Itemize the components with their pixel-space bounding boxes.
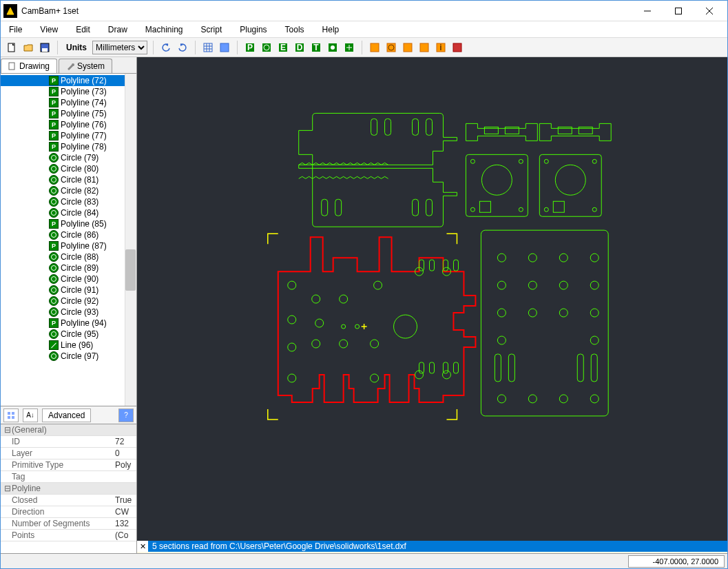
help-icon[interactable]: ? bbox=[118, 408, 134, 422]
property-value[interactable]: Poly bbox=[112, 460, 136, 470]
tab-drawing[interactable]: Drawing bbox=[1, 59, 57, 73]
redo-icon[interactable] bbox=[176, 41, 189, 54]
mop-engrave-icon[interactable]: E bbox=[276, 41, 290, 54]
svg-point-77 bbox=[528, 309, 537, 317]
prop-header-polyline[interactable]: ⊟Polyline bbox=[1, 483, 136, 495]
tree-item[interactable]: Polyline (85) bbox=[1, 218, 136, 229]
svg-rect-45 bbox=[322, 199, 328, 216]
new-file-icon[interactable] bbox=[5, 41, 19, 54]
tree-scrollbar-thumb[interactable] bbox=[125, 249, 136, 291]
tab-system[interactable]: System bbox=[59, 59, 112, 73]
mop-text-icon[interactable]: T bbox=[309, 41, 323, 54]
tree-item[interactable]: Polyline (74) bbox=[1, 97, 136, 108]
property-row[interactable]: Number of Segments132 bbox=[1, 518, 136, 530]
tree-scrollbar[interactable] bbox=[125, 74, 136, 406]
tree-item[interactable]: Circle (83) bbox=[1, 196, 136, 207]
object-tree[interactable]: Polyline (72)Polyline (73)Polyline (74)P… bbox=[1, 74, 136, 406]
menu-script[interactable]: Script bbox=[198, 23, 225, 36]
property-row[interactable]: ClosedTrue bbox=[1, 495, 136, 506]
menu-view[interactable]: View bbox=[37, 23, 61, 36]
menu-draw[interactable]: Draw bbox=[105, 23, 130, 36]
menu-machining[interactable]: Machining bbox=[143, 23, 186, 36]
tree-item[interactable]: Circle (97) bbox=[1, 351, 136, 362]
property-value[interactable]: True bbox=[112, 495, 136, 505]
status-close-button[interactable]: ✕ bbox=[137, 541, 148, 552]
advanced-button[interactable]: Advanced bbox=[42, 408, 91, 422]
svg-point-78 bbox=[559, 309, 568, 317]
tool-info-icon[interactable]: i bbox=[434, 41, 448, 54]
property-value[interactable]: 72 bbox=[112, 437, 136, 446]
property-row[interactable]: Points(Co bbox=[1, 530, 136, 541]
property-row[interactable]: Tag bbox=[1, 471, 136, 483]
tree-item-label: Circle (89) bbox=[61, 263, 98, 273]
tree-item[interactable]: Line (96) bbox=[1, 340, 136, 351]
property-value[interactable]: 0 bbox=[112, 448, 136, 458]
tree-item[interactable]: Circle (90) bbox=[1, 273, 136, 284]
tree-item[interactable]: Circle (79) bbox=[1, 152, 136, 163]
tree-item[interactable]: Polyline (77) bbox=[1, 130, 136, 141]
categorized-icon[interactable] bbox=[3, 408, 19, 422]
tree-item[interactable]: Circle (91) bbox=[1, 284, 136, 296]
mop-profile-icon[interactable]: P bbox=[243, 41, 257, 54]
tool-gcode-icon[interactable] bbox=[368, 41, 382, 54]
menu-tools[interactable]: Tools bbox=[282, 23, 307, 36]
tree-item[interactable]: Circle (95) bbox=[1, 329, 136, 340]
close-button[interactable] bbox=[694, 1, 725, 21]
open-file-icon[interactable] bbox=[21, 41, 35, 54]
minimize-button[interactable] bbox=[632, 1, 663, 21]
maximize-button[interactable] bbox=[663, 1, 694, 21]
property-row[interactable]: DirectionCW bbox=[1, 506, 136, 518]
tool-stop-icon[interactable] bbox=[450, 41, 464, 54]
tree-item[interactable]: Circle (84) bbox=[1, 207, 136, 218]
drawing-canvas[interactable] bbox=[137, 57, 727, 541]
tree-item[interactable]: Polyline (73) bbox=[1, 86, 136, 97]
snap-icon[interactable] bbox=[218, 41, 231, 54]
svg-point-79 bbox=[590, 309, 599, 317]
tool-regen-icon[interactable] bbox=[384, 41, 398, 54]
prop-header-general[interactable]: ⊟(General) bbox=[1, 424, 136, 436]
left-panel: Drawing System Polyline (72)Polyline (73… bbox=[1, 57, 137, 553]
circle-icon bbox=[49, 274, 59, 284]
property-row[interactable]: ID72 bbox=[1, 436, 136, 448]
tree-item[interactable]: Polyline (94) bbox=[1, 318, 136, 329]
tree-item[interactable]: Polyline (87) bbox=[1, 240, 136, 251]
tool-nest-icon[interactable] bbox=[417, 41, 431, 54]
mop-3d-icon[interactable] bbox=[326, 41, 340, 54]
bottom-statusbar: -407.0000, 27.0000 bbox=[1, 553, 727, 568]
polyline-icon bbox=[49, 76, 59, 85]
tree-item[interactable]: Polyline (76) bbox=[1, 119, 136, 130]
undo-icon[interactable] bbox=[159, 41, 173, 54]
tree-item[interactable]: Circle (80) bbox=[1, 163, 136, 174]
tree-item[interactable]: Circle (81) bbox=[1, 174, 136, 185]
property-value[interactable]: (Co bbox=[112, 530, 136, 540]
message-area bbox=[137, 552, 727, 553]
alphabetical-icon[interactable]: A↓ bbox=[23, 408, 38, 422]
tree-item[interactable]: Circle (92) bbox=[1, 296, 136, 307]
grid-icon[interactable] bbox=[201, 41, 215, 54]
tree-item[interactable]: Circle (86) bbox=[1, 229, 136, 240]
tree-item[interactable]: Polyline (75) bbox=[1, 108, 136, 119]
tree-item[interactable]: Circle (93) bbox=[1, 307, 136, 318]
mop-pocket-icon[interactable] bbox=[260, 41, 273, 54]
menu-file[interactable]: File bbox=[6, 23, 25, 36]
property-row[interactable]: Primitive TypePoly bbox=[1, 459, 136, 471]
menu-plugins[interactable]: Plugins bbox=[237, 23, 269, 36]
property-row[interactable]: Layer0 bbox=[1, 448, 136, 459]
svg-text:E: E bbox=[280, 43, 286, 52]
menu-help[interactable]: Help bbox=[320, 23, 342, 36]
mop-drill-icon[interactable]: D bbox=[293, 41, 306, 54]
mop-lathe-icon[interactable] bbox=[342, 41, 356, 54]
tool-sim-icon[interactable] bbox=[401, 41, 415, 54]
units-select[interactable]: Millimeters bbox=[92, 41, 147, 54]
property-value[interactable]: 132 bbox=[112, 519, 136, 528]
menu-edit[interactable]: Edit bbox=[73, 23, 93, 36]
tree-item[interactable]: Circle (82) bbox=[1, 185, 136, 196]
svg-rect-114 bbox=[430, 362, 435, 373]
property-value[interactable]: CW bbox=[112, 507, 136, 517]
tree-item[interactable]: Polyline (78) bbox=[1, 141, 136, 152]
tree-item[interactable]: Circle (88) bbox=[1, 251, 136, 262]
tree-item[interactable]: Circle (89) bbox=[1, 262, 136, 273]
save-file-icon[interactable] bbox=[38, 41, 52, 54]
svg-text:P: P bbox=[247, 43, 253, 52]
tree-item[interactable]: Polyline (72) bbox=[1, 75, 136, 86]
